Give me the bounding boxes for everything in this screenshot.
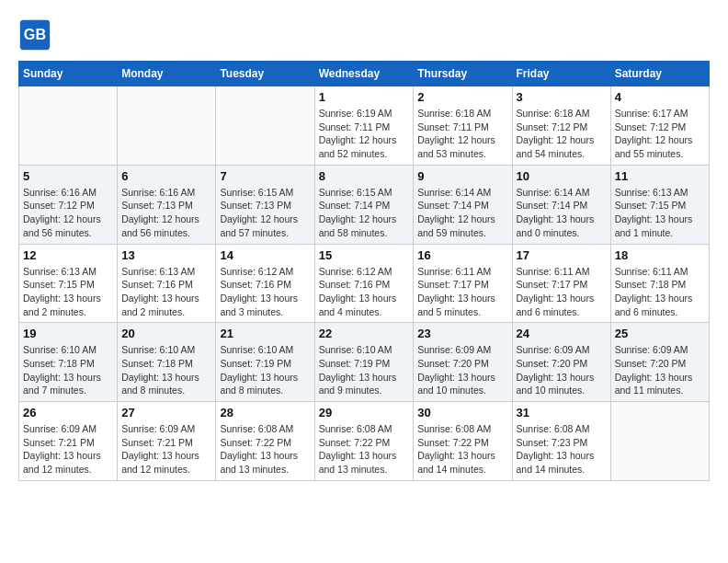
calendar-day-19: 19Sunrise: 6:10 AM Sunset: 7:18 PM Dayli… [19,323,118,402]
calendar-day-2: 2Sunrise: 6:18 AM Sunset: 7:11 PM Daylig… [414,86,512,166]
calendar-day-5: 5Sunrise: 6:16 AM Sunset: 7:12 PM Daylig… [19,165,118,244]
calendar-empty [19,86,118,166]
calendar-day-8: 8Sunrise: 6:15 AM Sunset: 7:14 PM Daylig… [314,165,414,244]
day-info: Sunrise: 6:19 AM Sunset: 7:11 PM Dayligh… [319,107,410,161]
calendar-day-10: 10Sunrise: 6:14 AM Sunset: 7:14 PM Dayli… [512,165,610,244]
day-number: 21 [220,327,310,340]
day-number: 30 [417,406,507,419]
day-number: 24 [517,327,607,340]
day-info: Sunrise: 6:13 AM Sunset: 7:15 PM Dayligh… [615,186,705,240]
calendar-empty [610,402,709,481]
calendar-empty [216,86,314,166]
day-info: Sunrise: 6:11 AM Sunset: 7:18 PM Dayligh… [615,265,705,319]
svg-text:GB: GB [24,26,46,42]
day-info: Sunrise: 6:11 AM Sunset: 7:17 PM Dayligh… [417,265,507,319]
day-info: Sunrise: 6:15 AM Sunset: 7:14 PM Dayligh… [319,186,410,240]
day-info: Sunrise: 6:09 AM Sunset: 7:20 PM Dayligh… [517,343,607,397]
day-number: 18 [615,248,705,262]
day-number: 10 [517,169,607,183]
day-info: Sunrise: 6:13 AM Sunset: 7:16 PM Dayligh… [121,265,211,319]
day-number: 23 [417,327,507,340]
weekday-header-monday: Monday [118,62,216,86]
calendar-day-17: 17Sunrise: 6:11 AM Sunset: 7:17 PM Dayli… [512,244,610,323]
day-info: Sunrise: 6:08 AM Sunset: 7:22 PM Dayligh… [417,422,507,477]
day-number: 13 [121,248,211,262]
calendar-day-26: 26Sunrise: 6:09 AM Sunset: 7:21 PM Dayli… [19,402,118,481]
day-number: 8 [319,169,410,183]
day-number: 17 [517,248,607,262]
day-number: 15 [319,248,410,262]
day-number: 7 [220,169,310,183]
day-number: 16 [417,248,507,262]
calendar-day-6: 6Sunrise: 6:16 AM Sunset: 7:13 PM Daylig… [118,165,216,244]
day-info: Sunrise: 6:18 AM Sunset: 7:12 PM Dayligh… [517,107,607,161]
day-number: 1 [319,90,410,104]
day-info: Sunrise: 6:15 AM Sunset: 7:13 PM Dayligh… [220,186,310,240]
calendar-day-27: 27Sunrise: 6:09 AM Sunset: 7:21 PM Dayli… [118,402,216,481]
day-info: Sunrise: 6:12 AM Sunset: 7:16 PM Dayligh… [319,265,410,319]
calendar-day-12: 12Sunrise: 6:13 AM Sunset: 7:15 PM Dayli… [19,244,118,323]
calendar-day-30: 30Sunrise: 6:08 AM Sunset: 7:22 PM Dayli… [414,402,512,481]
day-info: Sunrise: 6:10 AM Sunset: 7:18 PM Dayligh… [121,343,211,397]
day-info: Sunrise: 6:14 AM Sunset: 7:14 PM Dayligh… [517,186,607,240]
day-info: Sunrise: 6:10 AM Sunset: 7:18 PM Dayligh… [23,343,113,397]
day-number: 31 [517,406,607,419]
weekday-header-friday: Friday [512,62,610,86]
calendar-day-20: 20Sunrise: 6:10 AM Sunset: 7:18 PM Dayli… [118,323,216,402]
logo-icon: GB [18,18,51,52]
calendar-day-22: 22Sunrise: 6:10 AM Sunset: 7:19 PM Dayli… [314,323,414,402]
calendar-day-28: 28Sunrise: 6:08 AM Sunset: 7:22 PM Dayli… [216,402,314,481]
calendar-week-4: 19Sunrise: 6:10 AM Sunset: 7:18 PM Dayli… [19,323,710,402]
day-number: 9 [417,169,507,183]
day-number: 11 [615,169,705,183]
day-number: 5 [23,169,113,183]
day-number: 3 [517,90,607,104]
weekday-header-sunday: Sunday [19,62,118,86]
calendar-day-29: 29Sunrise: 6:08 AM Sunset: 7:22 PM Dayli… [314,402,414,481]
day-info: Sunrise: 6:09 AM Sunset: 7:20 PM Dayligh… [615,343,705,397]
day-info: Sunrise: 6:12 AM Sunset: 7:16 PM Dayligh… [220,265,310,319]
logo: GB [18,18,55,52]
day-number: 2 [417,90,507,104]
day-info: Sunrise: 6:16 AM Sunset: 7:12 PM Dayligh… [23,186,113,240]
page-header: GB [18,18,710,52]
day-number: 19 [23,327,113,340]
calendar-table: SundayMondayTuesdayWednesdayThursdayFrid… [18,61,710,481]
day-number: 14 [220,248,310,262]
day-number: 26 [23,406,113,419]
calendar-week-1: 1Sunrise: 6:19 AM Sunset: 7:11 PM Daylig… [19,86,710,166]
day-info: Sunrise: 6:08 AM Sunset: 7:23 PM Dayligh… [517,422,607,477]
day-number: 4 [615,90,705,104]
day-info: Sunrise: 6:08 AM Sunset: 7:22 PM Dayligh… [220,422,310,477]
weekday-header-saturday: Saturday [610,62,709,86]
day-info: Sunrise: 6:09 AM Sunset: 7:21 PM Dayligh… [121,422,211,477]
day-number: 6 [121,169,211,183]
day-number: 29 [319,406,410,419]
day-number: 27 [121,406,211,419]
calendar-day-4: 4Sunrise: 6:17 AM Sunset: 7:12 PM Daylig… [610,86,709,166]
calendar-header-row: SundayMondayTuesdayWednesdayThursdayFrid… [19,62,710,86]
day-info: Sunrise: 6:10 AM Sunset: 7:19 PM Dayligh… [319,343,410,397]
calendar-day-24: 24Sunrise: 6:09 AM Sunset: 7:20 PM Dayli… [512,323,610,402]
calendar-day-23: 23Sunrise: 6:09 AM Sunset: 7:20 PM Dayli… [414,323,512,402]
day-info: Sunrise: 6:11 AM Sunset: 7:17 PM Dayligh… [517,265,607,319]
calendar-day-1: 1Sunrise: 6:19 AM Sunset: 7:11 PM Daylig… [314,86,414,166]
weekday-header-tuesday: Tuesday [216,62,314,86]
day-info: Sunrise: 6:09 AM Sunset: 7:20 PM Dayligh… [417,343,507,397]
calendar-day-31: 31Sunrise: 6:08 AM Sunset: 7:23 PM Dayli… [512,402,610,481]
day-info: Sunrise: 6:14 AM Sunset: 7:14 PM Dayligh… [417,186,507,240]
day-number: 25 [615,327,705,340]
calendar-day-7: 7Sunrise: 6:15 AM Sunset: 7:13 PM Daylig… [216,165,314,244]
calendar-day-16: 16Sunrise: 6:11 AM Sunset: 7:17 PM Dayli… [414,244,512,323]
day-info: Sunrise: 6:09 AM Sunset: 7:21 PM Dayligh… [23,422,113,477]
day-info: Sunrise: 6:08 AM Sunset: 7:22 PM Dayligh… [319,422,410,477]
day-info: Sunrise: 6:16 AM Sunset: 7:13 PM Dayligh… [121,186,211,240]
day-info: Sunrise: 6:13 AM Sunset: 7:15 PM Dayligh… [23,265,113,319]
calendar-day-11: 11Sunrise: 6:13 AM Sunset: 7:15 PM Dayli… [610,165,709,244]
calendar-day-15: 15Sunrise: 6:12 AM Sunset: 7:16 PM Dayli… [314,244,414,323]
day-number: 28 [220,406,310,419]
day-info: Sunrise: 6:10 AM Sunset: 7:19 PM Dayligh… [220,343,310,397]
calendar-day-9: 9Sunrise: 6:14 AM Sunset: 7:14 PM Daylig… [414,165,512,244]
calendar-empty [118,86,216,166]
day-number: 20 [121,327,211,340]
